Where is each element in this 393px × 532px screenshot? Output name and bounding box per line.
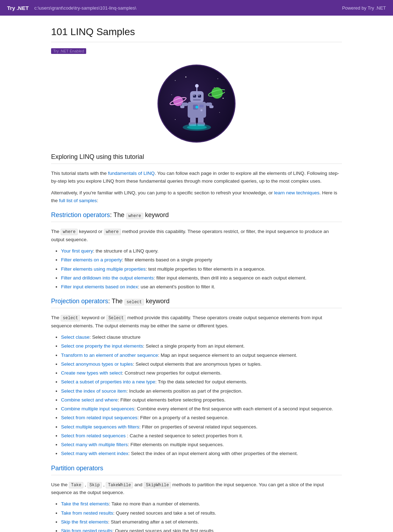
svg-point-8: [219, 112, 220, 113]
link-text: : Filter on properties of several relate…: [139, 424, 258, 430]
link-text: : the structure of a LINQ query.: [93, 248, 158, 254]
link-text: : Select the index of an input element a…: [128, 451, 298, 456]
list-item: Select anonymous types or tuples: Select…: [61, 361, 342, 368]
brand-logo[interactable]: Try .NET: [7, 5, 29, 11]
nav-path: c:\users\grant\code\try-samples\101-linq…: [34, 5, 137, 11]
link-text: : Select a single property from an input…: [143, 343, 245, 349]
combine-select-where-link[interactable]: Combine select and where: [61, 397, 118, 403]
take-nested-link[interactable]: Take from nested results: [61, 510, 113, 516]
svg-rect-17: [193, 95, 196, 98]
svg-point-19: [194, 95, 195, 96]
your-first-query-link[interactable]: Your first query: [61, 248, 93, 254]
link-text: : Include an elements position as part o…: [127, 388, 243, 394]
select-anonymous-link[interactable]: Select anonymous types or tuples: [61, 361, 133, 367]
svg-rect-26: [180, 105, 184, 108]
restriction-list: Your first query: the structure of a LIN…: [51, 248, 342, 290]
filter-index-link[interactable]: Filter input elements based on index: [61, 284, 138, 289]
filter-drilldown-link[interactable]: Filter and drilldown into the output ele…: [61, 275, 154, 281]
svg-rect-18: [198, 95, 201, 98]
list-item: Create new types with select: Construct …: [61, 370, 342, 377]
select-related-sequences-link[interactable]: Select from related sequences: [61, 433, 126, 438]
list-item: Select many with element index: Select t…: [61, 450, 342, 457]
take-code: Take: [69, 482, 83, 488]
svg-point-3: [214, 87, 215, 88]
svg-rect-13: [188, 102, 206, 118]
list-item: Combine multiple input sequences: Combin…: [61, 405, 342, 412]
take-first-link[interactable]: Take the first elements: [61, 501, 109, 506]
link-text: : test multiple properties to filter ele…: [146, 266, 266, 272]
select-many-index-link[interactable]: Select many with element index: [61, 451, 128, 456]
projection-divider: [51, 308, 342, 308]
where-code2: where: [104, 229, 121, 235]
exploring-divider: [51, 164, 342, 164]
select-index-link[interactable]: Select the index of source item: [61, 388, 127, 394]
svg-point-4: [171, 94, 172, 95]
link-text: : Map an input sequence element to an ou…: [158, 353, 297, 358]
svg-point-34: [187, 125, 207, 129]
svg-point-0: [175, 80, 176, 81]
filter-property-link[interactable]: Filter elements on a property: [61, 257, 122, 262]
combine-multiple-link[interactable]: Combine multiple input sequences: [61, 406, 134, 411]
link-text: : Combine every element of the first seq…: [134, 406, 333, 411]
skipwhile-code: SkipWhile: [144, 482, 171, 488]
list-item: Combine select and where: Filter output …: [61, 397, 342, 404]
select-clause-link[interactable]: Select clause: [61, 334, 89, 340]
link-text: : Select clause structure: [89, 334, 140, 340]
link-text: : Query nested sources and skip the firs…: [112, 528, 214, 532]
link-text: : Take no more than a number of elements…: [109, 501, 200, 506]
select-code1: select: [61, 315, 80, 321]
link-text: : Start enumerating after a set of eleme…: [108, 519, 199, 525]
select-many-filters-link[interactable]: Select many with multiple filters: [61, 442, 128, 447]
svg-point-1: [186, 77, 187, 78]
link-text: : Construct new properties for output el…: [122, 370, 222, 376]
fundamentals-link[interactable]: fundamentals of LINQ: [108, 171, 155, 176]
list-item: Select clause: Select clause structure: [61, 334, 342, 341]
list-item: Select one property the input elements: …: [61, 343, 342, 350]
main-content: 101 LINQ Samples Try .NET Enabled: [44, 16, 349, 532]
trydotnet-badge: Try .NET Enabled: [51, 48, 86, 54]
restriction-divider: [51, 222, 342, 222]
partition-list: Take the first elements: Take no more th…: [51, 500, 342, 532]
projection-desc: The select keyword or Select method prov…: [51, 314, 342, 329]
svg-rect-23: [199, 105, 204, 107]
svg-point-35: [195, 106, 198, 109]
link-text: : Cache a nested sequence to select prop…: [126, 433, 243, 438]
list-item: Select a subset of properties into a new…: [61, 378, 342, 386]
filter-multiple-link[interactable]: Filter elements using multiple propertie…: [61, 266, 146, 272]
link-text: : use an element's position to filter it…: [138, 284, 215, 289]
select-one-property-link[interactable]: Select one property the input elements: [61, 343, 143, 349]
transform-element-link[interactable]: Transform to an element of another seque…: [61, 353, 158, 358]
list-item: Skip from nested results: Query nested s…: [61, 527, 342, 532]
svg-rect-21: [193, 99, 201, 101]
svg-point-16: [195, 84, 199, 88]
create-new-types-link[interactable]: Create new types with select: [61, 370, 122, 376]
select-related-input-link[interactable]: Select from related input sequences: [61, 415, 137, 420]
exploring-heading: Exploring LINQ using this tutorial: [51, 153, 342, 161]
select-code2: Select: [106, 315, 126, 321]
list-item: Transform to an element of another seque…: [61, 352, 342, 359]
projection-list: Select clause: Select clause structure S…: [51, 334, 342, 458]
page-title: 101 LINQ Samples: [51, 26, 342, 38]
list-item: Select multiple sequences with filters: …: [61, 423, 342, 431]
svg-point-5: [223, 98, 224, 99]
skip-first-link[interactable]: Skip the first elements: [61, 519, 108, 525]
select-subset-link[interactable]: Select a subset of properties into a new…: [61, 379, 155, 384]
where-code-heading: where: [126, 213, 143, 219]
list-item: Take from nested results: Query nested s…: [61, 510, 342, 517]
list-item: Select the index of source item: Include…: [61, 388, 342, 395]
svg-point-7: [175, 119, 176, 120]
select-code-heading: select: [124, 299, 144, 305]
svg-point-24: [200, 109, 203, 111]
link-text: : filter elements based on a single prop…: [122, 257, 212, 262]
skip-nested-link[interactable]: Skip from nested results: [61, 528, 112, 532]
list-item: Your first query: the structure of a LIN…: [61, 248, 342, 255]
list-item: Take the first elements: Take no more th…: [61, 500, 342, 508]
list-item: Select many with multiple filters: Filte…: [61, 441, 342, 448]
link-text: : Filter output elements before selectin…: [118, 397, 226, 403]
learn-new-link[interactable]: learn new techniques: [274, 190, 320, 195]
hero-image: [51, 65, 342, 143]
select-multiple-filters-link[interactable]: Select multiple sequences with filters: [61, 424, 139, 430]
full-list-link[interactable]: full list of samples: [59, 198, 97, 203]
projection-heading: Projection operators: The select keyword: [51, 298, 342, 305]
list-item: Skip the first elements: Start enumerati…: [61, 519, 342, 526]
